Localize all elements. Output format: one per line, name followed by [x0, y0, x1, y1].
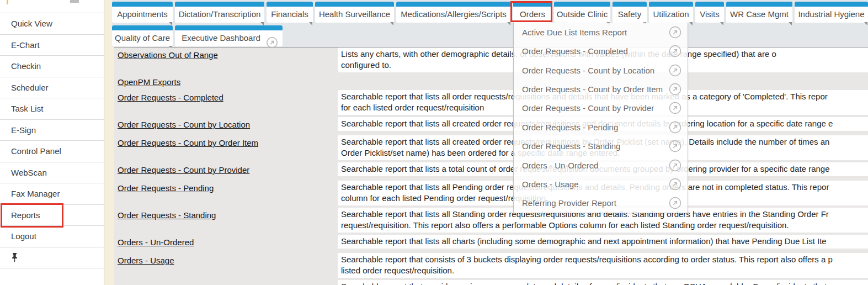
report-link-cell: Order Requests - Count by Location	[114, 117, 338, 131]
tab-wr-case-mgmt[interactable]: WR Case Mgmt	[726, 2, 792, 23]
tab-medications-allergies-scripts[interactable]: Medications/Allergies/Scripts	[396, 2, 511, 23]
tab-label: WR Case Mgmt	[728, 7, 791, 22]
sidebar-item-fax-manager[interactable]: Fax Manager	[0, 183, 104, 205]
report-link[interactable]: Observations Out of Range	[118, 50, 218, 60]
dropdown-corner-icon	[789, 22, 792, 25]
report-link[interactable]: Order Requests - Pending	[118, 183, 214, 193]
sidebar-item-label: Reports	[11, 210, 40, 220]
menu-item-label: Order Requests - Count by Location	[522, 66, 654, 75]
external-link-icon	[669, 45, 681, 57]
tab-orders[interactable]: Orders	[513, 2, 552, 23]
sidebar-header	[0, 0, 104, 13]
menu-item-label: Order Requests - Pending	[522, 123, 618, 132]
tab-industrial-hygiene[interactable]: Industrial Hygiene	[795, 2, 868, 23]
logo-remnant	[7, 0, 8, 4]
tab-executive-dashboard[interactable]: Executive Dashboard	[175, 25, 283, 46]
sidebar-item-logout[interactable]: Logout	[0, 226, 104, 247]
report-row-openpm-exports: OpenPM Exports	[114, 75, 868, 88]
menu-item-label: Order Requests - Count by Order Item	[522, 85, 663, 94]
tab-label: Quality of Care	[113, 30, 172, 45]
app-window: Quick View E-Chart Checkin Scheduler Tas…	[0, 0, 868, 285]
report-description-cell: Searchable report that lists all charts …	[338, 235, 868, 249]
tab-quality-of-care[interactable]: Quality of Care	[112, 25, 173, 46]
dropdown-corner-icon	[720, 22, 723, 25]
report-link[interactable]: OSHA 300 Log	[118, 283, 173, 285]
tab-appointments[interactable]: Appointments	[112, 2, 173, 23]
report-link[interactable]: Order Requests - Count by Provider	[118, 165, 249, 175]
sidebar-item-checkin[interactable]: Checkin	[0, 56, 104, 77]
report-row-orders-un-ordered: Orders - Un-Ordered Searchable report th…	[114, 235, 868, 249]
sidebar-item-label: WebScan	[11, 168, 47, 177]
report-link[interactable]: OpenPM Exports	[118, 77, 180, 87]
sidebar-item-label: Checkin	[11, 61, 41, 71]
tab-safety[interactable]: Safety	[613, 2, 647, 23]
sidebar-item-scheduler[interactable]: Scheduler	[0, 77, 104, 99]
sidebar-item-e-sign[interactable]: E-Sign	[0, 120, 104, 141]
sidebar-item-reports[interactable]: Reports	[0, 205, 104, 226]
report-description-line2: listed order request/requisition.	[341, 265, 868, 276]
menu-item-order-requests-count-by-location[interactable]: Order Requests - Count by Location	[514, 61, 688, 80]
sidebar-item-task-list[interactable]: Task List	[0, 98, 104, 120]
sidebar-item-label: Scheduler	[11, 83, 49, 92]
dropdown-corner-icon	[390, 22, 393, 25]
tab-utilization[interactable]: Utilization	[649, 2, 693, 23]
menu-item-order-requests-completed[interactable]: Order Requests - Completed	[514, 41, 688, 60]
sidebar-item-e-chart[interactable]: E-Chart	[0, 35, 104, 56]
menu-item-label: Order Requests - Completed	[522, 46, 628, 56]
report-link[interactable]: Orders - Usage	[118, 256, 174, 265]
report-link[interactable]: Order Requests - Completed	[118, 93, 223, 102]
dropdown-corner-icon	[689, 22, 693, 25]
report-description-cell: Searchable report that consists of 3 buc…	[338, 253, 868, 278]
pin-icon[interactable]	[11, 253, 18, 262]
sidebar-pin-row	[0, 247, 104, 269]
external-link-icon	[669, 159, 681, 172]
sidebar-item-control-panel[interactable]: Control Panel	[0, 141, 104, 162]
tab-label: Industrial Hygiene	[796, 7, 866, 22]
sidebar-item-quick-view[interactable]: Quick View	[0, 13, 104, 35]
tab-label: Financials	[269, 7, 311, 22]
sidebar-item-label: Control Panel	[11, 146, 61, 156]
report-link-cell: Orders - Usage	[114, 253, 338, 278]
report-link[interactable]: Order Requests - Count by Location	[118, 120, 250, 129]
tab-health-surveillance[interactable]: Health Surveillance	[315, 2, 394, 23]
report-link-cell: Order Requests - Count by Order Item	[114, 135, 338, 160]
menu-item-order-requests-pending[interactable]: Order Requests - Pending	[514, 118, 688, 136]
tab-row-2: Quality of Care Executive Dashboard	[112, 25, 285, 46]
report-link-cell: OpenPM Exports	[114, 75, 338, 88]
report-link[interactable]: Orders - Un-Ordered	[118, 238, 194, 247]
tab-label: Safety	[616, 7, 644, 22]
tab-outside-clinic[interactable]: Outside Clinic	[554, 2, 610, 23]
report-link-cell: Order Requests - Pending	[114, 181, 338, 205]
menu-item-label: Referring Provider Report	[522, 198, 616, 208]
report-row-order-requests-count-by-provider: Order Requests - Count by Provider Searc…	[114, 162, 868, 176]
menu-item-active-due-list-items-report[interactable]: Active Due List Items Report	[514, 23, 688, 41]
tab-label: Health Surveillance	[317, 7, 392, 22]
orders-dropdown-menu: Active Due List Items Report Order Reque…	[513, 23, 688, 213]
report-description-line1: Searchable report that lists all charts …	[341, 236, 868, 247]
tab-label: Visits	[697, 7, 722, 22]
sidebar-item-webscan[interactable]: WebScan	[0, 162, 104, 184]
tab-row-1: Appointments Dictation/Transcription Fin…	[112, 2, 868, 23]
external-link-icon	[669, 64, 681, 77]
menu-item-referring-provider-report[interactable]: Referring Provider Report	[514, 194, 688, 213]
reports-list: Observations Out of Range Lists any char…	[114, 47, 868, 285]
report-row-order-requests-completed: Order Requests - Completed Searchable re…	[114, 90, 868, 115]
dropdown-corner-icon	[309, 22, 312, 25]
report-link[interactable]: Order Requests - Standing	[118, 210, 216, 220]
menu-item-order-requests-count-by-provider[interactable]: Order Requests - Count by Provider	[514, 99, 688, 118]
report-category-tabbar: Appointments Dictation/Transcription Fin…	[112, 0, 868, 47]
sidebar: Quick View E-Chart Checkin Scheduler Tas…	[0, 0, 104, 285]
tab-dictation-transcription[interactable]: Dictation/Transcription	[175, 2, 264, 23]
menu-item-orders-un-ordered[interactable]: Orders - Un-Ordered	[514, 156, 688, 175]
dropdown-corner-icon	[507, 22, 510, 25]
report-description-cell: Searchable report that provides various …	[338, 280, 868, 285]
sidebar-item-label: Logout	[11, 231, 36, 241]
menu-item-orders-usage[interactable]: Orders - Usage	[514, 175, 688, 193]
menu-item-order-requests-count-by-order-item[interactable]: Order Requests - Count by Order Item	[514, 80, 688, 98]
tab-financials[interactable]: Financials	[267, 2, 313, 23]
report-link[interactable]: Order Requests - Count by Order Item	[118, 138, 258, 147]
tab-visits[interactable]: Visits	[695, 2, 724, 23]
tab-label: Dictation/Transcription	[177, 7, 263, 22]
menu-item-order-requests-standing[interactable]: Order Requests - Standing	[514, 136, 688, 155]
report-row-order-requests-count-by-order-item: Order Requests - Count by Order Item Sea…	[114, 135, 868, 160]
